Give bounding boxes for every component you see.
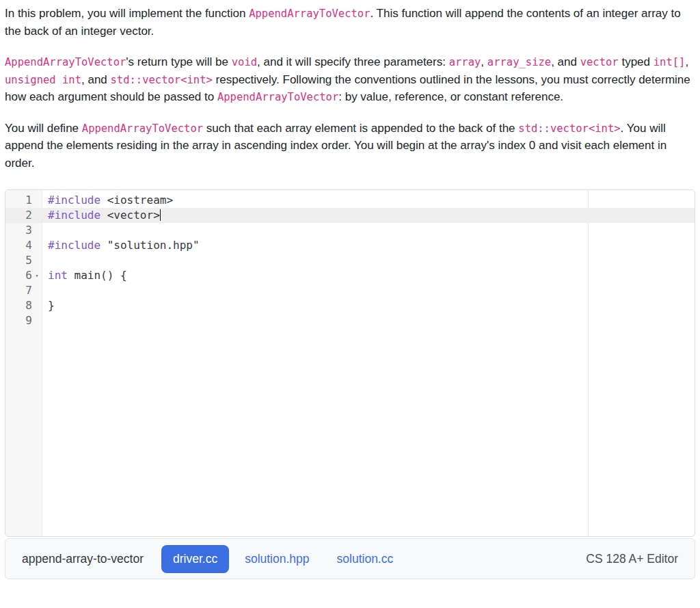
line-content: [42, 313, 695, 328]
gutter-cell: 3: [5, 223, 42, 238]
code-token: #include: [48, 209, 100, 222]
code-token: <iostream>: [100, 194, 173, 207]
problem-name: append-array-to-vector: [22, 552, 144, 566]
inline-code: unsigned int: [5, 74, 81, 86]
tab-solution-cc[interactable]: solution.cc: [337, 552, 394, 566]
code-token: "solution.hpp": [100, 239, 200, 252]
fold-arrow-icon[interactable]: ▾: [32, 268, 42, 283]
editor-line[interactable]: 1#include <iostream>: [5, 193, 695, 208]
gutter-cell: [5, 328, 42, 536]
text-run: such that each array element is appended…: [203, 122, 518, 135]
line-number: 5: [25, 253, 32, 268]
gutter-cell: 4: [5, 238, 42, 253]
text-run: In this problem, you will implement the …: [5, 7, 249, 20]
line-number: 8: [25, 298, 32, 313]
line-content: #include <vector>: [42, 208, 695, 223]
gutter-spacer: [32, 253, 42, 268]
inline-code: AppendArrayToVector: [5, 56, 126, 68]
inline-code: array_size: [487, 56, 551, 68]
line-content: #include "solution.hpp": [42, 238, 695, 253]
text-cursor: [160, 209, 161, 221]
text-run: typed: [619, 55, 654, 68]
code-token: #include: [48, 194, 100, 207]
text-run: You will define: [5, 122, 82, 135]
gutter-spacer: [32, 283, 42, 298]
paragraph: AppendArrayToVector's return type will b…: [5, 53, 695, 106]
text-run: , and: [81, 73, 111, 86]
line-number: 4: [25, 238, 32, 253]
code-token: }: [48, 299, 55, 312]
editor-line[interactable]: 8}: [5, 298, 695, 313]
line-content: [42, 223, 695, 238]
text-run: ,: [685, 55, 688, 68]
text-run: , and it will specify three parameters:: [257, 55, 449, 68]
gutter-spacer: [32, 193, 42, 208]
editor-line[interactable]: 9: [5, 313, 695, 328]
inline-code: std::vector<int>: [518, 122, 620, 135]
gutter-cell: 7: [5, 283, 42, 298]
gutter-spacer: [32, 208, 42, 223]
line-content: [42, 253, 695, 268]
editor-line[interactable]: 3: [5, 223, 695, 238]
inline-code: int[]: [654, 56, 686, 68]
code-token: <vector>: [100, 209, 160, 222]
gutter-cell: 2: [5, 208, 42, 223]
text-run: , and: [551, 55, 580, 68]
line-content: }: [42, 298, 695, 313]
paragraph: You will define AppendArrayToVector such…: [5, 120, 695, 172]
editor-filler: [5, 328, 695, 536]
gutter-cell: 1: [5, 193, 42, 208]
gutter-cell: 9: [5, 313, 42, 328]
code-token: main() {: [68, 269, 127, 282]
editor-line[interactable]: 4#include "solution.hpp": [5, 238, 695, 253]
line-number: 9: [25, 313, 32, 328]
file-tabs: driver.ccsolution.hppsolution.cc: [161, 545, 420, 573]
text-run: ,: [481, 55, 487, 68]
gutter-cell: 5: [5, 253, 42, 268]
editor-line[interactable]: 6▾int main() {: [5, 268, 695, 283]
line-content: [42, 328, 695, 536]
gutter-spacer: [32, 223, 42, 238]
line-content: int main() {: [42, 268, 695, 283]
line-number: 2: [25, 208, 32, 223]
line-number: 3: [25, 223, 32, 238]
text-run: : by value, reference, or constant refer…: [338, 90, 563, 103]
inline-code: AppendArrayToVector: [217, 91, 338, 103]
gutter-spacer: [32, 238, 42, 253]
inline-code: AppendArrayToVector: [82, 122, 203, 135]
editor-line[interactable]: 5: [5, 253, 695, 268]
code-editor[interactable]: 1#include <iostream>2#include <vector>34…: [5, 189, 695, 537]
inline-code: AppendArrayToVector: [249, 8, 370, 20]
inline-code: array: [449, 56, 481, 68]
gutter-spacer: [32, 298, 42, 313]
inline-code: vector: [580, 56, 619, 68]
text-run: 's return type will be: [126, 55, 231, 68]
line-content: [42, 283, 695, 298]
gutter-spacer: [32, 313, 42, 328]
inline-code: void: [232, 56, 257, 68]
line-content: #include <iostream>: [42, 193, 695, 208]
editor-line[interactable]: 2#include <vector>: [5, 208, 695, 223]
code-token: int: [48, 269, 68, 282]
gutter-cell: 8: [5, 298, 42, 313]
line-number: 7: [25, 283, 32, 298]
line-number: 6: [25, 268, 32, 283]
editor-lines: 1#include <iostream>2#include <vector>34…: [5, 190, 695, 536]
inline-code: std::vector<int>: [111, 74, 213, 86]
editor-line[interactable]: 7: [5, 283, 695, 298]
tab-driver-cc[interactable]: driver.cc: [161, 545, 229, 573]
code-token: #include: [48, 239, 100, 252]
gutter-cell: 6▾: [5, 268, 42, 283]
tab-solution-hpp[interactable]: solution.hpp: [245, 552, 309, 566]
problem-description: In this problem, you will implement the …: [5, 5, 695, 172]
line-number: 1: [25, 193, 32, 208]
editor-brand: CS 128 A+ Editor: [586, 552, 678, 566]
footer-bar: append-array-to-vector driver.ccsolution…: [5, 538, 695, 579]
paragraph: In this problem, you will implement the …: [5, 5, 695, 40]
